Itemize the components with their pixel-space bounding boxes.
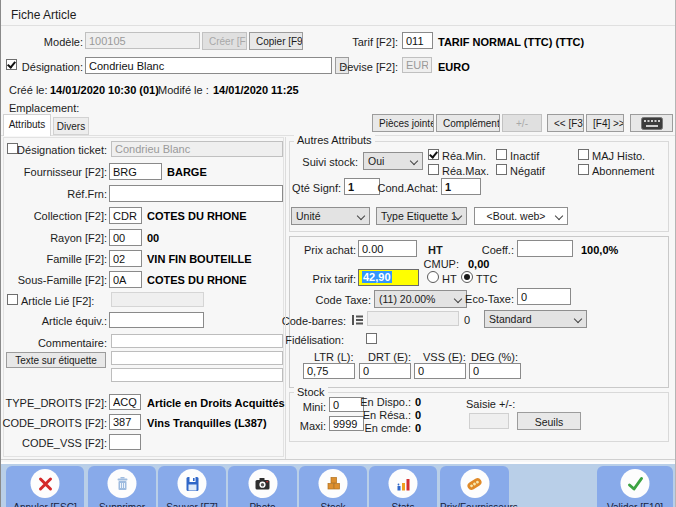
- annuler-button[interactable]: Annuler [ESC]: [6, 466, 84, 507]
- code-droits-input[interactable]: [109, 414, 141, 430]
- texte-etiquette-button[interactable]: Texte sur étiquette: [6, 352, 106, 368]
- prix-fournisseurs-button[interactable]: Prix/Fournisseurs: [440, 466, 509, 507]
- code-barres-input[interactable]: [367, 311, 459, 326]
- barcode-list-icon[interactable]: [352, 315, 363, 325]
- drt-input[interactable]: [359, 363, 411, 379]
- code-barres-count: 0: [464, 314, 470, 326]
- article-lie-checkbox[interactable]: [7, 294, 18, 305]
- stock-button[interactable]: Stock: [299, 466, 367, 507]
- bottom-toolbar: Annuler [ESC] Supprimer Sauver [F7] Phot…: [1, 462, 676, 507]
- modifie-le-value: 14/01/2020 11:25: [213, 84, 299, 96]
- deg-input[interactable]: [469, 363, 521, 379]
- vss-input[interactable]: [414, 363, 466, 379]
- sous-famille-input[interactable]: [109, 271, 142, 288]
- suivi-stock-dropdown[interactable]: Oui: [363, 152, 423, 170]
- ltr-label: LTR (L):: [314, 351, 354, 363]
- ttc-radio[interactable]: [461, 271, 473, 283]
- ht-radio-label: HT: [442, 273, 457, 285]
- supprimer-button[interactable]: Supprimer: [88, 466, 156, 507]
- rayon-desc: 00: [147, 232, 159, 244]
- etiquette-line1-input[interactable]: [111, 351, 283, 365]
- fournisseur-input[interactable]: [109, 163, 162, 180]
- prix-achat-input[interactable]: [358, 240, 417, 257]
- abonnement-checkbox[interactable]: [578, 164, 589, 175]
- standard-value: Standard: [489, 313, 532, 325]
- camera-icon: [248, 469, 277, 498]
- seuils-button[interactable]: Seuils: [517, 412, 581, 430]
- type-etiquette-dropdown[interactable]: Type Etiquette 1: [376, 207, 467, 225]
- pieces-jointes-button[interactable]: Pièces jointes: [372, 114, 434, 132]
- rayon-label: Rayon [F2]:: [0, 232, 107, 244]
- complements-button[interactable]: Compléments: [436, 114, 500, 132]
- tab-attributs[interactable]: Attributs: [3, 114, 51, 136]
- keyboard-button[interactable]: [630, 114, 673, 132]
- collection-label: Collection [F2]:: [0, 210, 107, 222]
- designation-ticket-input[interactable]: [111, 141, 283, 157]
- maj-histo-checkbox[interactable]: [578, 149, 589, 160]
- fidelisation-label: Fidélisation:: [244, 334, 344, 346]
- emplacement-label: Emplacement:: [9, 102, 79, 114]
- rea-min-checkbox[interactable]: [428, 149, 439, 160]
- designation-input[interactable]: [85, 57, 332, 74]
- ref-frn-label: Réf.Frn:: [0, 188, 107, 200]
- rayon-input[interactable]: [109, 229, 142, 246]
- stats-button[interactable]: Stats: [369, 466, 437, 507]
- inactif-checkbox[interactable]: [496, 149, 507, 160]
- save-icon: [178, 469, 207, 498]
- famille-input[interactable]: [109, 250, 142, 267]
- negatif-checkbox[interactable]: [496, 164, 507, 175]
- fidelisation-checkbox[interactable]: [366, 333, 377, 344]
- sous-famille-label: Sous-Famille [F2]:: [0, 274, 107, 286]
- etiquette-line2-input[interactable]: [111, 368, 283, 382]
- next-f4-button[interactable]: [F4] >>: [586, 114, 624, 132]
- drt-label: DRT (E):: [368, 351, 411, 363]
- code-vss-label: CODE_VSS [F2]:: [0, 437, 107, 449]
- valider-button[interactable]: Valider [F10]: [597, 466, 673, 507]
- article-equiv-label: Article équiv.:: [0, 315, 107, 327]
- article-lie-label: Article Lié [F2]:: [21, 295, 94, 307]
- toolbar-button-label: Photo: [228, 502, 297, 507]
- tab-divers[interactable]: Divers: [53, 117, 89, 135]
- toolbar-button-label: Stats: [369, 502, 437, 507]
- rea-min-label: Réa.Min.: [442, 150, 486, 162]
- type-etiquette-value: Type Etiquette 1: [381, 210, 457, 222]
- plus-moins-button[interactable]: +/-: [502, 114, 542, 132]
- prix-achat-label: Prix achat:: [256, 244, 356, 256]
- unite-dropdown[interactable]: Unité: [291, 207, 370, 225]
- ht-radio[interactable]: [427, 271, 439, 283]
- bout-web-dropdown[interactable]: <Bout. web>: [474, 207, 568, 225]
- type-droits-input[interactable]: [109, 394, 141, 410]
- collection-input[interactable]: [109, 207, 142, 224]
- saisie-input[interactable]: [469, 413, 509, 429]
- coeff-input[interactable]: [517, 240, 573, 257]
- code-barres-label: Code-barres:: [246, 315, 346, 327]
- photo-button[interactable]: Photo: [228, 466, 297, 507]
- sauver-button[interactable]: Sauver [F7]: [158, 466, 226, 507]
- prix-tarif-input[interactable]: 42,90: [358, 269, 419, 286]
- article-equiv-input[interactable]: [109, 312, 204, 328]
- check-icon: [621, 469, 650, 498]
- code-vss-input[interactable]: [109, 434, 141, 450]
- toolbar-button-label: Prix/Fournisseurs: [440, 502, 509, 507]
- modele-input[interactable]: [85, 32, 200, 49]
- creer-button[interactable]: Créer [F6]: [202, 32, 247, 50]
- article-lie-input[interactable]: [111, 292, 204, 307]
- chevron-down-icon: [574, 315, 582, 323]
- tarif-label: Tarif [F2]:: [298, 36, 398, 48]
- standard-dropdown[interactable]: Standard: [484, 310, 587, 328]
- cree-le-value: 14/01/2020 10:30 (01): [50, 84, 159, 96]
- en-dispo-value: 0: [415, 396, 421, 408]
- chevron-down-icon: [555, 212, 563, 220]
- eco-taxe-input[interactable]: [517, 288, 571, 305]
- cond-achat-input[interactable]: [441, 178, 481, 195]
- copier-button[interactable]: Copier [F9]: [249, 32, 303, 50]
- rea-max-checkbox[interactable]: [428, 164, 439, 175]
- type-droits-label: TYPE_DROITS [F2]:: [0, 397, 107, 409]
- devise-desc: EURO: [438, 61, 470, 73]
- tarif-input[interactable]: [402, 32, 433, 49]
- prix-tarif-selected-text: 42,90: [362, 271, 392, 283]
- ltr-input[interactable]: [303, 363, 355, 379]
- toolbar-top-divider: [1, 459, 676, 460]
- prev-f3-button[interactable]: << [F3]: [547, 114, 584, 132]
- devise-input[interactable]: [402, 57, 432, 73]
